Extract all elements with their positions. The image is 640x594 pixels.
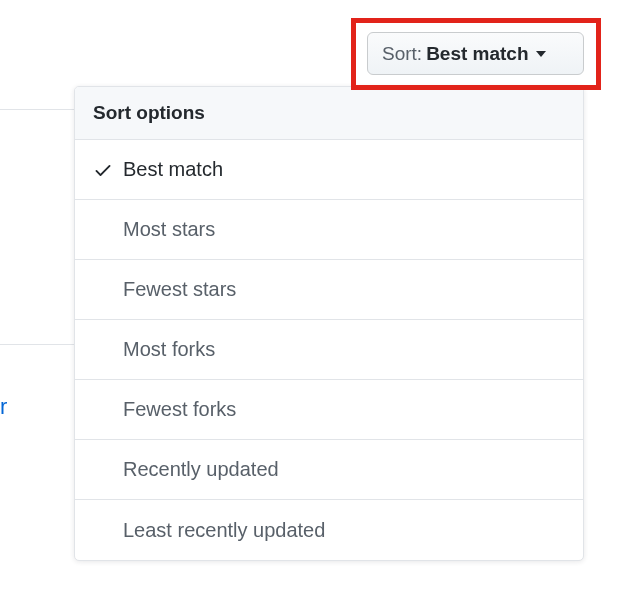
page-separator	[0, 344, 74, 345]
sort-option-label: Most stars	[123, 218, 215, 241]
sort-option-label: Least recently updated	[123, 519, 325, 542]
check-icon	[93, 160, 113, 180]
sort-option-label: Fewest forks	[123, 398, 236, 421]
sort-option-least-recently-updated[interactable]: Least recently updated	[75, 500, 583, 560]
sort-option-label: Recently updated	[123, 458, 279, 481]
sort-option-fewest-forks[interactable]: Fewest forks	[75, 380, 583, 440]
sort-option-recently-updated[interactable]: Recently updated	[75, 440, 583, 500]
sort-option-label: Fewest stars	[123, 278, 236, 301]
annotation-highlight	[351, 18, 601, 90]
check-slot	[93, 160, 123, 180]
sort-options-dropdown: Sort options Best match Most stars Fewes…	[74, 86, 584, 561]
sort-option-most-stars[interactable]: Most stars	[75, 200, 583, 260]
sort-option-most-forks[interactable]: Most forks	[75, 320, 583, 380]
sort-option-label: Most forks	[123, 338, 215, 361]
sort-option-fewest-stars[interactable]: Fewest stars	[75, 260, 583, 320]
page-separator	[0, 109, 74, 110]
sort-option-label: Best match	[123, 158, 223, 181]
background-text: r	[0, 394, 7, 420]
sort-option-best-match[interactable]: Best match	[75, 140, 583, 200]
dropdown-header: Sort options	[75, 87, 583, 140]
